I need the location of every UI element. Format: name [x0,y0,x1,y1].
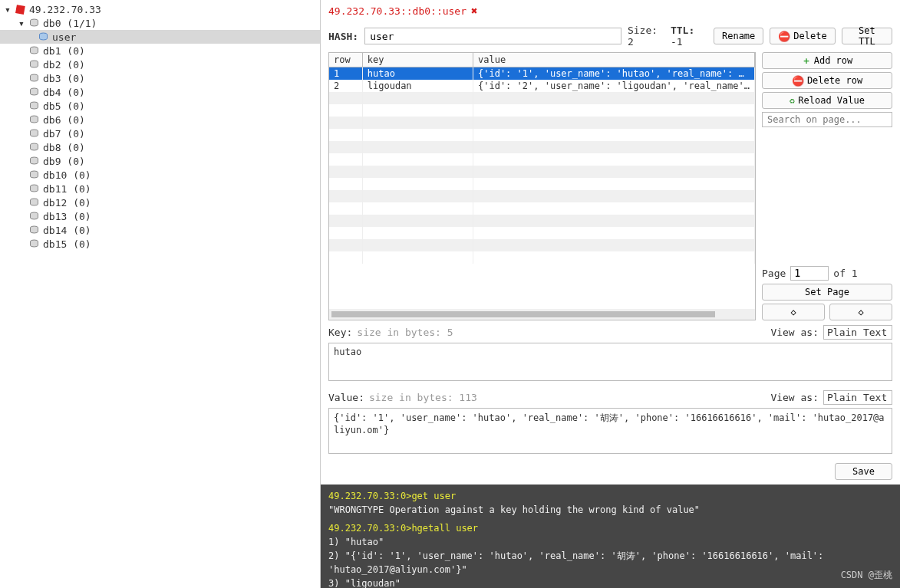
save-button[interactable]: Save [835,463,892,480]
db-node[interactable]: db7 (0) [0,126,320,140]
db-node[interactable]: db10 (0) [0,168,320,182]
value-size-hint: size in bytes: 113 [369,392,477,403]
tab-bar: 49.232.70.33::db0::user ✖ [321,0,900,20]
value-content[interactable]: {'id': '1', 'user_name': 'hutao', 'real_… [328,408,892,454]
db-label: db0 (1/1) [43,18,97,29]
next-page-button[interactable]: ◇ [829,304,892,320]
table-row-empty [329,153,755,166]
database-icon [28,73,40,84]
table-row-empty [329,215,755,227]
minus-icon: ⛔ [792,75,804,87]
watermark: CSDN @歪桃 [841,569,892,582]
col-value[interactable]: value [473,53,754,67]
table-row-empty [329,129,755,141]
table-row-empty [329,227,755,239]
db-node[interactable]: db2 (0) [0,57,320,71]
add-row-button[interactable]: ＋Add row [762,52,892,69]
hash-header: HASH: Size: 2 TTL: -1 Rename ⛔Delete Set… [321,20,900,52]
col-key[interactable]: key [362,53,473,67]
db-node[interactable]: db13 (0) [0,209,320,223]
table-row-empty [329,178,755,190]
size-label: Size: 2 [628,25,664,48]
table-row-empty [329,251,755,264]
db-label: db3 (0) [43,73,85,84]
value-view-select[interactable]: Plain Text [823,390,892,405]
db-node[interactable]: db4 (0) [0,85,320,99]
main-panel: 49.232.70.33::db0::user ✖ HASH: Size: 2 … [321,0,900,588]
type-label: HASH: [328,31,358,42]
right-actions: ＋Add row ⛔Delete row ♻Reload Value Page … [762,52,892,320]
db-node[interactable]: db1 (0) [0,44,320,57]
db-label: db8 (0) [43,142,85,153]
db-node[interactable]: db3 (0) [0,71,320,85]
db-node[interactable]: db11 (0) [0,182,320,195]
db-label: db11 (0) [43,183,91,195]
col-row[interactable]: row [329,53,362,67]
db-label: db15 (0) [43,238,91,250]
delete-row-button[interactable]: ⛔Delete row [762,72,892,89]
db-label: db14 (0) [43,225,91,236]
prev-page-button[interactable]: ◇ [762,304,825,320]
db-node[interactable]: db15 (0) [0,237,320,251]
server-label: 49.232.70.33 [29,4,101,15]
set-ttl-button[interactable]: Set TTL [842,28,892,44]
value-section: Value: size in bytes: 113 View as: Plain… [321,386,900,458]
db-label: db6 (0) [43,114,85,126]
database-icon [28,211,40,222]
db-node[interactable]: db9 (0) [0,154,320,168]
key-size-hint: size in bytes: 5 [357,327,453,338]
search-input[interactable] [762,112,892,127]
minus-icon: ⛔ [778,31,790,42]
table-row[interactable]: 2ligoudan{'id': '2', 'user_name': 'ligou… [329,80,755,92]
database-icon [28,18,40,28]
reload-icon: ♻ [790,95,795,106]
db-node[interactable]: db14 (0) [0,223,320,237]
db-label: db1 (0) [43,45,85,57]
tab-title[interactable]: 49.232.70.33::db0::user [328,5,466,17]
key-content[interactable]: hutao [328,343,892,381]
database-icon [28,156,40,166]
rename-button[interactable]: Rename [714,28,763,44]
console[interactable]: 49.232.70.33:0>get user "WRONGTYPE Opera… [321,485,900,588]
value-label: Value: [328,392,364,403]
db-node[interactable]: db12 (0) [0,195,320,209]
table-row-empty [329,190,755,202]
view-as-label: View as: [770,392,819,403]
content-row: row key value 1hutao{'id': '1', 'user_na… [321,52,900,320]
key-section: Key: size in bytes: 5 View as: Plain Tex… [321,320,900,386]
database-icon [28,169,40,180]
reload-button[interactable]: ♻Reload Value [762,92,892,109]
server-node[interactable]: ▾ 49.232.70.33 [0,2,320,16]
db-node[interactable]: db8 (0) [0,140,320,154]
set-page-button[interactable]: Set Page [762,284,892,301]
database-icon [28,45,40,56]
db-label: db4 (0) [43,87,85,98]
database-icon [28,225,40,235]
db-label: db5 (0) [43,100,85,112]
expand-arrow-icon: ▾ [18,18,28,29]
page-input[interactable] [790,266,829,281]
database-icon [28,128,40,139]
database-icon [28,100,40,111]
table-row[interactable]: 1hutao{'id': '1', 'user_name': 'hutao', … [329,67,755,80]
db-node[interactable]: ▾ db0 (1/1) [0,16,320,30]
delete-button[interactable]: ⛔Delete [770,28,835,44]
db-node[interactable]: db6 (0) [0,113,320,126]
db-label: db13 (0) [43,211,91,222]
h-scrollbar[interactable] [329,309,755,320]
database-icon [28,238,40,249]
table-row-empty [329,92,755,104]
key-icon [37,31,49,42]
db-label: db2 (0) [43,59,85,71]
database-icon [28,59,40,70]
server-icon [14,4,26,15]
expand-arrow-icon: ▾ [5,4,14,15]
db-tree: ▾ 49.232.70.33 ▾ db0 (1/1) user db1 (0) … [0,0,320,253]
key-node[interactable]: user [0,30,320,44]
table-row-empty [329,104,755,117]
db-node[interactable]: db5 (0) [0,99,320,113]
key-view-select[interactable]: Plain Text [823,325,892,340]
key-name-input[interactable] [364,28,621,44]
close-tab-icon[interactable]: ✖ [471,5,477,17]
svg-rect-0 [15,5,25,15]
